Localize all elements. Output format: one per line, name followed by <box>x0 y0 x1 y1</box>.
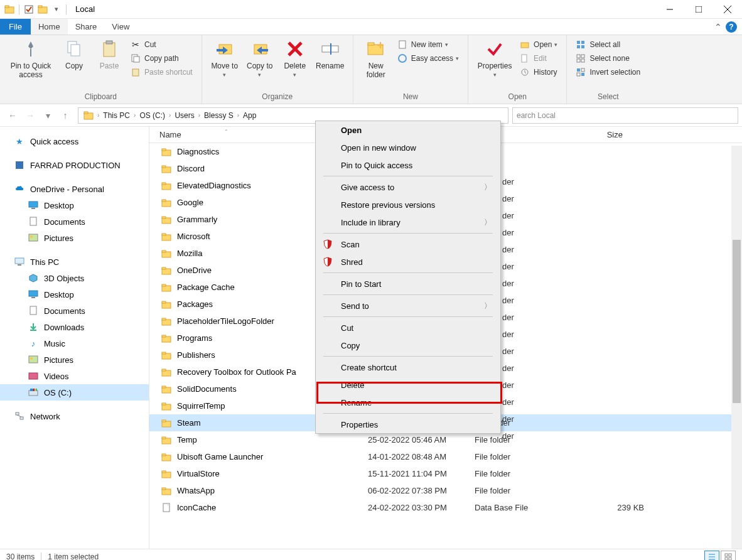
view-details-button[interactable] <box>704 551 719 561</box>
copy-path-button[interactable]: Copy path <box>127 51 196 65</box>
file-date: 25-02-2022 05:46 AM <box>368 435 475 444</box>
col-header-size[interactable]: Size <box>557 130 633 139</box>
close-button[interactable] <box>713 0 742 19</box>
history-button[interactable]: History <box>516 65 561 79</box>
ctx-restore-versions[interactable]: Restore previous versions <box>316 196 500 213</box>
nav-documents[interactable]: Documents <box>0 303 149 319</box>
file-row[interactable]: Ubisoft Game Launcher14-01-2022 08:48 AM… <box>149 448 742 465</box>
new-folder-button[interactable]: New folder <box>358 36 394 79</box>
search-input[interactable]: earch Local <box>512 107 738 124</box>
new-item-button[interactable]: New item▾ <box>394 38 463 51</box>
history-dropdown[interactable]: ▾ <box>39 107 56 124</box>
ctx-pin-start[interactable]: Pin to Start <box>316 275 500 293</box>
up-button[interactable]: ↑ <box>56 107 74 124</box>
ctx-give-access[interactable]: Give access to〉 <box>316 178 500 196</box>
file-date: 15-11-2021 11:04 PM <box>368 469 475 478</box>
svg-rect-72 <box>162 183 166 185</box>
ctx-create-shortcut[interactable]: Create shortcut <box>316 358 500 376</box>
tab-home[interactable]: Home <box>31 19 68 35</box>
vertical-scrollbar[interactable] <box>731 146 742 549</box>
nav-videos[interactable]: Videos <box>0 368 149 384</box>
ctx-send-to[interactable]: Send to〉 <box>316 297 500 315</box>
edit-button[interactable]: Edit <box>516 51 561 65</box>
invert-selection-button[interactable]: Invert selection <box>572 65 644 79</box>
view-icons-button[interactable] <box>721 551 736 561</box>
nav-downloads[interactable]: Downloads <box>0 319 149 335</box>
open-button[interactable]: Open▾ <box>516 38 561 51</box>
nav-od-pictures[interactable]: Pictures <box>0 230 149 246</box>
nav-quick-access[interactable]: ★Quick access <box>0 133 149 149</box>
svg-rect-31 <box>581 41 584 44</box>
nav-3d-objects[interactable]: 3D Objects <box>0 270 149 286</box>
file-row[interactable]: WhatsApp06-02-2022 07:38 PMFile folder <box>149 482 742 499</box>
minimize-button[interactable] <box>655 0 684 19</box>
nav-desktop[interactable]: Desktop <box>0 286 149 303</box>
paste-shortcut-button[interactable]: Paste shortcut <box>127 65 196 79</box>
nav-this-pc[interactable]: This PC <box>0 254 149 270</box>
ctx-cut[interactable]: Cut <box>316 319 500 337</box>
nav-od-documents[interactable]: Documents <box>0 213 149 230</box>
copy-button[interactable]: Copy <box>56 36 92 70</box>
ctx-delete[interactable]: Delete <box>316 376 500 394</box>
copy-icon <box>64 39 84 59</box>
nav-pictures[interactable]: Pictures <box>0 352 149 368</box>
cut-button[interactable]: ✂Cut <box>127 38 196 51</box>
svg-rect-36 <box>577 59 580 62</box>
file-row[interactable]: IconCache24-02-2022 03:30 PMData Base Fi… <box>149 499 742 516</box>
ctx-include-library[interactable]: Include in library〉 <box>316 213 500 231</box>
svg-rect-80 <box>162 250 166 252</box>
cube-icon <box>28 272 39 284</box>
ctx-scan[interactable]: Scan <box>316 235 500 253</box>
ctx-pin-quick[interactable]: Pin to Quick access <box>316 156 500 174</box>
ctx-copy[interactable]: Copy <box>316 337 500 354</box>
tab-share[interactable]: Share <box>68 19 105 35</box>
easy-access-button[interactable]: Easy access▾ <box>394 51 463 65</box>
breadcrumb-item[interactable]: Users <box>172 111 196 120</box>
title-bar: ▾ Local <box>0 0 742 19</box>
nav-farrad[interactable]: FARRAD PRODUCTION <box>0 157 149 173</box>
svg-rect-28 <box>522 55 527 62</box>
delete-button[interactable]: Delete▾ <box>277 36 313 79</box>
move-to-icon <box>215 39 235 59</box>
tab-view[interactable]: View <box>104 19 137 35</box>
properties-button[interactable]: Properties▾ <box>473 36 516 79</box>
pin-quick-access-button[interactable]: Pin to Quick access <box>5 36 56 79</box>
nav-music[interactable]: ♪Music <box>0 335 149 352</box>
nav-od-desktop[interactable]: Desktop <box>0 197 149 213</box>
breadcrumb-item[interactable]: Blessy S <box>202 111 236 120</box>
help-icon[interactable]: ? <box>726 21 737 33</box>
back-button[interactable]: ← <box>4 107 21 124</box>
ctx-open-new-window[interactable]: Open in new window <box>316 139 500 156</box>
ctx-shred[interactable]: Shred <box>316 253 500 271</box>
nav-network[interactable]: Network <box>0 408 149 424</box>
qa-folder-icon[interactable] <box>37 4 48 15</box>
select-none-button[interactable]: Select none <box>572 51 644 65</box>
file-row[interactable]: VirtualStore15-11-2021 11:04 PMFile fold… <box>149 465 742 482</box>
qa-dropdown-icon[interactable]: ▾ <box>51 4 62 15</box>
maximize-button[interactable] <box>684 0 713 19</box>
folder-icon <box>161 180 172 191</box>
tab-file[interactable]: File <box>0 19 31 35</box>
copy-to-button[interactable]: Copy to▾ <box>242 36 277 79</box>
forward-button[interactable]: → <box>21 107 39 124</box>
paste-button[interactable]: Paste <box>92 36 127 70</box>
breadcrumb-item[interactable]: This PC <box>100 111 132 120</box>
checkbox-icon[interactable] <box>23 4 35 15</box>
rename-button[interactable]: Rename <box>313 36 348 70</box>
folder-icon <box>161 468 172 480</box>
svg-rect-82 <box>162 267 166 269</box>
nav-os-c[interactable]: OS (C:) <box>0 384 149 401</box>
svg-rect-96 <box>162 386 166 388</box>
file-row[interactable]: Temp25-02-2022 05:46 AMFile folder <box>149 431 742 448</box>
ctx-rename[interactable]: Rename <box>316 394 500 411</box>
select-all-button[interactable]: Select all <box>572 38 644 51</box>
scrollbar-thumb[interactable] <box>733 240 741 403</box>
breadcrumb-item[interactable]: App <box>240 111 259 120</box>
ctx-open[interactable]: Open <box>316 121 500 139</box>
breadcrumb-item[interactable]: OS (C:) <box>137 111 168 120</box>
breadcrumb-root-icon[interactable] <box>81 110 96 121</box>
ctx-properties[interactable]: Properties <box>316 416 500 433</box>
collapse-ribbon-icon[interactable]: ⌃ <box>714 22 722 32</box>
move-to-button[interactable]: Move to▾ <box>207 36 242 79</box>
nav-onedrive[interactable]: OneDrive - Personal <box>0 181 149 197</box>
